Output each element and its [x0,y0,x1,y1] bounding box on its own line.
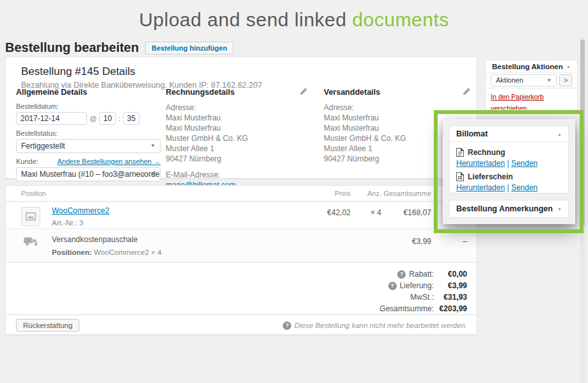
sku-label: Art.-Nr.: [52,219,77,227]
order-status-select[interactable]: Fertiggestellt ▼ [16,139,161,153]
delivery-note-name: Lieferschein [468,172,513,181]
apply-action-button[interactable]: > [559,74,572,86]
other-orders-link[interactable]: Andere Bestellungen ansehen → [58,158,161,165]
scrollbar-thumb[interactable] [580,40,585,225]
page-title-prefix: Upload and send linked [139,9,352,30]
order-status-label: Bestellstatus: [16,129,161,137]
items-footer: Rückerstattung ? Diese Bestellung kann n… [6,314,477,336]
refund-button[interactable]: Rückerstattung [16,319,79,332]
customer-label-row: Kunde: Andere Bestellungen ansehen → [16,158,161,165]
total-label: Gesamtsumme: [379,304,434,313]
order-totals: ?Rabatt: €0,00 ?Lieferung: €3,99 MwSt.: … [6,262,477,314]
help-icon: ? [397,270,406,279]
actions-select[interactable]: Aktionen ▼ [491,74,557,86]
shipping-address-label: Adresse: [324,102,472,113]
chevron-down-icon: ▼ [150,140,155,152]
item-sku-line: Art.-Nr.: 3 [52,219,312,227]
total-row-grand: Gesamtsumme: €203,99 [6,303,467,314]
order-locked-note: ? Diese Bestellung kann nicht mehr bearb… [283,322,467,330]
move-to-trash-link[interactable]: In den Papierkorb verschieben [491,93,544,110]
invoice-document-icon [456,148,464,157]
delivery-note-download-link[interactable]: Herunterladen [456,183,505,192]
item-price: €42,02 [312,206,351,217]
total-label: Lieferung: [400,281,434,290]
billing-address-line: 90427 Nürnberg [166,154,314,164]
billing-email-label: E-Mail-Adresse: [166,170,314,180]
customer-select[interactable]: Maxi Musterfrau (#10 – foo3@arnecordes.d… [16,167,161,181]
order-date-label: Bestelldatum: [16,102,161,110]
order-date-input[interactable] [16,112,87,125]
invoice-send-link[interactable]: Senden [511,159,537,168]
order-actions-body: Aktionen ▼ > [486,73,577,88]
shipping-row: Versandkostenpauschale Positionen: WooCo… [6,229,477,262]
screen-heading-row: Bestellung bearbeiten Bestellung hinzufü… [5,40,234,55]
shipping-name-cell: Versandkostenpauschale Positionen: WooCo… [40,235,312,256]
invoice-row: Rechnung [456,148,562,157]
order-hour-input[interactable] [99,112,116,125]
billing-address-line: Maxi Musterfrau [166,113,314,123]
total-label: MwSt.: [410,293,434,302]
at-symbol: @ [90,115,97,122]
billomat-header: Billomat ▲ [450,126,568,142]
sku-value: 3 [79,219,83,227]
order-items-panel: Position Preis Anz. Gesamtsumme MwSt. Wo… [5,185,477,335]
general-details-column: Allgemeine Details Bestelldatum: @ : Bes… [16,88,161,181]
collapse-icon[interactable]: ▲ [557,132,562,136]
column-price: Preis [312,190,351,197]
collapse-icon[interactable]: ▼ [557,207,562,211]
item-name-cell: WooCommerce2 Art.-Nr.: 3 [40,206,312,227]
invoice-name: Rechnung [468,148,505,157]
delivery-note-links: Herunterladen | Senden [456,183,562,192]
total-row-tax: MwSt.: €31,93 [6,291,467,303]
shipping-tax: – [431,235,467,246]
chevron-down-icon: ▼ [546,75,552,86]
billing-address-line: Muster Allee 1 [166,143,314,154]
table-row: WooCommerce2 Art.-Nr.: 3 €42,02 × 4 €168… [6,202,477,229]
help-icon: ? [388,282,397,290]
item-total: €168,07 [381,206,431,217]
order-notes-panel: Bestellung Anmerkungen ▼ [449,200,569,218]
order-details-panel: Bestellung #145 Details Bezahlung via Di… [5,56,477,179]
general-details-heading: Allgemeine Details [16,88,161,97]
customer-value: Maxi Musterfrau (#10 – foo3@arnecordes.d… [21,170,161,179]
shipping-method-name: Versandkostenpauschale [52,235,138,244]
billing-address-label: Adresse: [166,102,314,113]
order-actions-header: Bestellung Aktionen ▲ [486,60,577,73]
invoice-links: Herunterladen | Senden [456,159,562,168]
order-notes-header: Bestellung Anmerkungen ▼ [450,200,568,217]
total-value: €0,00 [434,270,467,279]
total-label: Rabatt: [409,270,434,279]
billing-address-line: Maxi Musterfrau [166,123,314,133]
order-minute-input[interactable] [123,112,139,125]
billomat-title: Billomat [456,129,488,138]
billing-heading: Rechnungsdetails [166,88,314,97]
collapse-icon[interactable]: ▲ [566,64,571,69]
page-title: Upload and send linked documents [0,9,588,31]
clear-selection-icon[interactable]: × [141,168,146,181]
edit-billing-pencil-icon[interactable] [299,86,308,95]
shipping-meta-label: Positionen: [52,249,92,256]
invoice-download-link[interactable]: Herunterladen [456,159,505,168]
column-total: Gesamtsumme [381,190,431,197]
billomat-content: Rechnung Herunterladen | Senden Liefersc… [450,142,568,192]
billomat-panel: Billomat ▲ Rechnung Herunterladen | Send… [449,126,569,193]
delivery-note-send-link[interactable]: Senden [511,183,537,192]
order-date-row: @ : [16,112,161,125]
order-title: Bestellung #145 Details [21,65,477,78]
column-qty: Anz. [351,190,381,197]
order-actions-title: Bestellung Aktionen [492,63,563,70]
edit-shipping-pencil-icon[interactable] [463,86,471,95]
add-order-button[interactable]: Bestellung hinzufügen [145,42,234,54]
shipping-total: €3,99 [381,235,431,246]
order-notes-title: Bestellung Anmerkungen [456,204,553,213]
total-value: €31,93 [434,293,467,302]
billing-address-line: Muster GmbH & Co. KG [166,133,314,143]
customer-label: Kunde: [16,158,38,165]
column-position: Position [21,190,312,197]
product-link[interactable]: WooCommerce2 [52,206,109,215]
image-placeholder-icon [26,212,36,221]
order-actions-footer: In den Papierkorb verschieben Aktualisie… [486,88,577,110]
screen-title: Bestellung bearbeiten [5,40,139,55]
total-value: €203,99 [434,304,467,313]
delivery-note-row: Lieferschein [456,172,562,181]
